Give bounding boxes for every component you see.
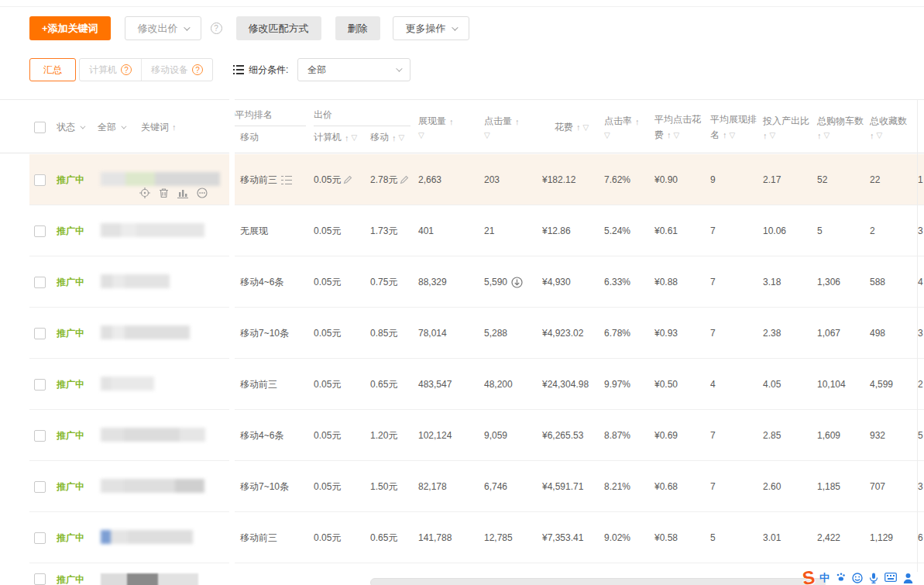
edit-pencil-icon[interactable] (400, 175, 409, 184)
sogou-logo-icon[interactable]: S (802, 570, 816, 585)
locate-icon[interactable] (139, 188, 150, 198)
table-body: 推广中 移动前三 0.05元 2.78元 2,663 20 (0, 154, 924, 585)
sort-asc-icon[interactable]: ↑ (723, 130, 727, 139)
sort-asc-icon[interactable]: ↑ (345, 133, 349, 143)
column-scope-filter[interactable]: 全部 (98, 100, 125, 154)
avg-click-cost-cell: ¥0.68 (654, 461, 706, 512)
filter-funnel-icon[interactable]: ▽ (399, 133, 405, 142)
bid-pc-cell: 0.05元 (314, 359, 368, 410)
modify-match-button[interactable]: 修改匹配方式 (236, 16, 321, 40)
avg-rank-value: 移动7~10条 (240, 480, 289, 494)
cost-cell: ¥12.86 (542, 205, 596, 256)
avg-rank-group-label: 0平均排名 (230, 108, 273, 122)
keyword-redacted[interactable] (101, 428, 205, 443)
filter-funnel-icon[interactable]: ▽ (418, 131, 424, 139)
bid-pc-cell: 0.05元 (314, 410, 368, 461)
sort-asc-icon[interactable]: ↑ (667, 130, 672, 139)
keyword-redacted[interactable] (101, 223, 204, 239)
impressions-cell: 78,014 (418, 308, 480, 359)
total-favorites-cell: 932 (870, 410, 913, 461)
filter-funnel-icon[interactable]: ▽ (674, 131, 680, 139)
keyword-redacted[interactable] (101, 530, 193, 545)
select-all-checkbox[interactable] (34, 122, 46, 133)
sort-asc-icon[interactable]: ↑ (172, 122, 177, 132)
ime-keyboard-icon[interactable] (884, 573, 897, 582)
filter-funnel-icon[interactable]: ▽ (877, 131, 883, 139)
help-icon[interactable]: ? (211, 22, 222, 34)
bar-chart-icon[interactable] (177, 188, 188, 198)
column-status[interactable]: 状态 (57, 100, 84, 154)
filter-funnel-icon[interactable]: ▽ (770, 131, 776, 139)
row-checkbox[interactable] (34, 481, 46, 493)
row-checkbox[interactable] (34, 225, 46, 237)
edit-pencil-icon[interactable] (343, 175, 352, 184)
keyword-redacted[interactable] (101, 274, 170, 290)
row-checkbox[interactable] (34, 277, 46, 288)
tab-mobile[interactable]: 移动设备? (141, 59, 212, 81)
bid-mobile-value: 0.75元 (370, 276, 397, 289)
clicks-cell: 203 (484, 154, 541, 205)
sort-asc-icon[interactable]: ↑ (515, 117, 520, 126)
delete-button[interactable]: 删除 (335, 16, 380, 40)
sort-asc-icon[interactable]: ↑ (635, 117, 640, 126)
avg-click-cost-cell: ¥0.69 (654, 410, 706, 461)
segment-condition-select[interactable]: 全部 (297, 58, 410, 81)
filter-funnel-icon[interactable]: ▽ (730, 131, 736, 139)
row-checkbox[interactable] (34, 532, 46, 544)
ime-emoji-icon[interactable] (852, 573, 863, 583)
ime-chinese-mode-icon[interactable]: 中 (819, 573, 830, 583)
add-keyword-button[interactable]: +添加关键词 (29, 16, 111, 40)
row-checkbox[interactable] (34, 573, 46, 585)
tab-computer-label: 计算机 (89, 64, 117, 77)
row-checkbox[interactable] (34, 430, 46, 442)
trash-icon[interactable] (159, 188, 169, 198)
keyword-redacted[interactable] (101, 377, 154, 392)
total-favorites-cell: 1,129 (870, 512, 913, 563)
ctr-cell: 8.21% (604, 461, 652, 512)
roi-header-label: 投入产出比 (763, 115, 809, 128)
cost-header-label: 花费 (555, 121, 573, 134)
keyword-redacted[interactable] (101, 172, 220, 188)
keyword-redacted[interactable] (101, 325, 190, 341)
more-actions-button[interactable]: 更多操作 (393, 16, 469, 40)
sort-asc-icon[interactable]: ↑ (870, 131, 874, 140)
tab-summary[interactable]: 汇总 (29, 58, 76, 81)
help-icon[interactable]: ? (121, 64, 132, 75)
next-column-partial-value: 3 (918, 461, 924, 512)
more-actions-label: 更多操作 (406, 22, 446, 36)
row-checkbox[interactable] (34, 379, 46, 391)
keyword-redacted[interactable] (101, 573, 198, 585)
cost-cell: ¥4,591.71 (542, 461, 596, 512)
row-checkbox[interactable] (34, 328, 46, 339)
ime-microphone-icon[interactable] (869, 573, 878, 583)
filter-funnel-icon[interactable]: ▽ (604, 131, 610, 139)
modify-bid-button[interactable]: 修改出价 (125, 16, 201, 40)
clicks-header-label: 点击量 (484, 115, 512, 128)
impressions-cell: 141,788 (418, 512, 480, 563)
sort-asc-icon[interactable]: ↑ (576, 122, 581, 132)
ime-paw-icon[interactable] (836, 573, 846, 583)
sort-asc-icon[interactable]: ↑ (392, 133, 397, 143)
impressions-cell: 2,663 (418, 154, 480, 205)
status-badge: 推广中 (57, 410, 84, 461)
sort-asc-icon[interactable]: ↑ (449, 117, 454, 126)
more-options-icon[interactable] (197, 188, 208, 198)
status-badge: 推广中 (57, 205, 84, 256)
trend-down-icon[interactable] (511, 277, 523, 288)
bid-mobile-value: 2.78元 (370, 174, 397, 187)
sort-asc-icon[interactable]: ↑ (817, 131, 822, 140)
rank-list-icon[interactable] (281, 175, 292, 185)
bid-pc-sublabel: 计算机 (314, 131, 342, 144)
filter-funnel-icon[interactable]: ▽ (824, 131, 830, 139)
modify-bid-label: 修改出价 (138, 22, 178, 36)
filter-funnel-icon[interactable]: ▽ (484, 131, 490, 139)
tab-computer[interactable]: 计算机? (80, 59, 141, 81)
help-icon[interactable]: ? (192, 64, 203, 75)
sort-asc-icon[interactable]: ↑ (763, 131, 768, 140)
row-checkbox[interactable] (34, 174, 46, 186)
filter-funnel-icon[interactable]: ▽ (352, 133, 358, 142)
filter-funnel-icon[interactable]: ▽ (582, 123, 589, 132)
ime-user-icon[interactable] (903, 573, 913, 583)
keyword-management-page: +添加关键词 修改出价 ? 修改匹配方式 删除 更多操作 汇总 计算机? 移动设… (0, 0, 924, 585)
keyword-redacted[interactable] (101, 479, 204, 494)
